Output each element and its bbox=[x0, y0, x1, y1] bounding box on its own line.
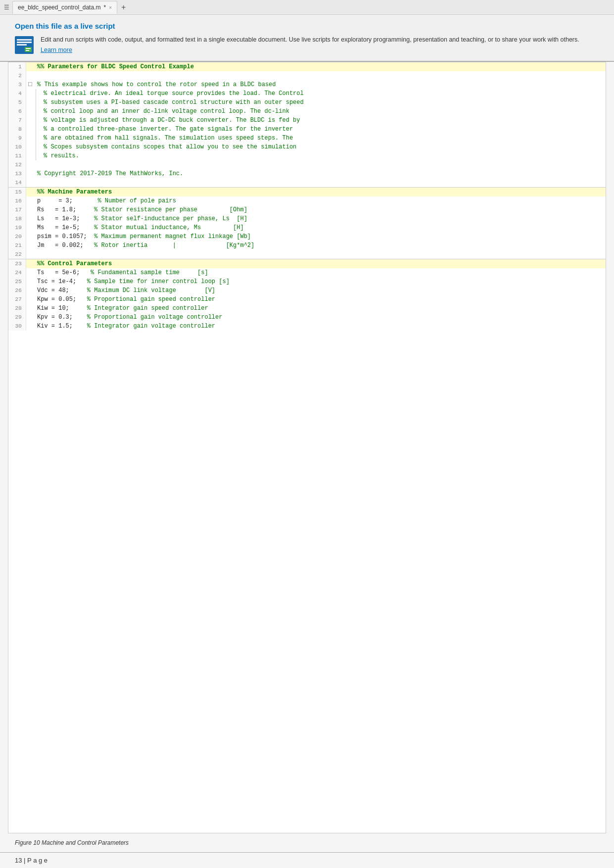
tab-add-button[interactable]: + bbox=[118, 3, 129, 12]
code-line: 25 Tsc = 1e-4; % Sample time for inner c… bbox=[8, 277, 606, 286]
code-line: 12 bbox=[8, 160, 606, 169]
code-line: 28 Kiw = 10; % Integrator gain speed con… bbox=[8, 304, 606, 313]
code-line: 29 Kpv = 0.3; % Proportional gain voltag… bbox=[8, 313, 606, 322]
live-script-icon bbox=[15, 36, 35, 54]
editor-tab[interactable]: ee_bldc_speed_control_data.m * × bbox=[12, 1, 117, 14]
code-line: 9 % are obtained from hall signals. The … bbox=[8, 134, 606, 143]
code-line: 7 % voltage is adjusted through a DC-DC … bbox=[8, 116, 606, 125]
svg-rect-6 bbox=[26, 50, 29, 51]
code-line: 13 % Copyright 2017-2019 The MathWorks, … bbox=[8, 169, 606, 178]
code-line: 24 Ts = 5e-6; % Fundamental sample time … bbox=[8, 268, 606, 277]
code-line: 15 %% Machine Parameters bbox=[8, 188, 606, 196]
code-line: 14 bbox=[8, 178, 606, 187]
code-line: 5 % subsystem uses a PI-based cascade co… bbox=[8, 98, 606, 107]
svg-rect-1 bbox=[17, 39, 32, 41]
svg-rect-4 bbox=[25, 47, 32, 52]
code-line: 2 bbox=[8, 71, 606, 80]
banner-body: Edit and run scripts with code, output, … bbox=[15, 35, 599, 54]
code-line: 3 □ % This example shows how to control … bbox=[8, 80, 606, 89]
page-footer: 13 | P a g e bbox=[0, 852, 614, 868]
code-line: 26 Vdc = 48; % Maximum DC link voltage [… bbox=[8, 286, 606, 295]
code-line: 1 %% Parameters for BLDC Speed Control E… bbox=[8, 62, 606, 71]
code-editor[interactable]: 1 %% Parameters for BLDC Speed Control E… bbox=[8, 62, 606, 833]
page-number: 13 bbox=[15, 857, 22, 864]
footer-separator: | bbox=[24, 857, 25, 864]
code-line: 6 % control loop and an inner dc-link vo… bbox=[8, 107, 606, 116]
live-script-banner: Open this file as a live script Edit and… bbox=[0, 15, 614, 62]
code-line: 16 p = 3; % Number of pole pairs bbox=[8, 196, 606, 205]
code-line: 4 % electrical drive. An ideal torque so… bbox=[8, 89, 606, 98]
code-line: 10 % Scopes subsystem contains scopes th… bbox=[8, 143, 606, 151]
figure-caption: Figure 10 Machine and Control Parameters bbox=[0, 833, 614, 852]
code-line: 23 %% Control Parameters bbox=[8, 259, 606, 268]
svg-rect-5 bbox=[26, 48, 31, 49]
banner-description: Edit and run scripts with code, output, … bbox=[41, 35, 579, 45]
footer-label: P a g e bbox=[27, 857, 47, 864]
code-line: 22 bbox=[8, 250, 606, 259]
svg-rect-3 bbox=[17, 44, 27, 46]
code-line: 30 Kiv = 1.5; % Integrator gain voltage … bbox=[8, 322, 606, 331]
tab-bar: ☰ ee_bldc_speed_control_data.m * × + bbox=[0, 0, 614, 15]
code-line: 21 Jm = 0.002; % Rotor inertia | [Kg*m^2… bbox=[8, 241, 606, 250]
tab-filename: ee_bldc_speed_control_data.m bbox=[18, 4, 100, 11]
code-line: 11 % results. bbox=[8, 151, 606, 160]
banner-content: Edit and run scripts with code, output, … bbox=[41, 35, 579, 54]
code-line: 18 Ls = 1e-3; % Stator self-inductance p… bbox=[8, 214, 606, 223]
learn-more-link[interactable]: Learn more bbox=[41, 47, 72, 53]
code-line: 27 Kpw = 0.05; % Proportional gain speed… bbox=[8, 295, 606, 304]
banner-title: Open this file as a live script bbox=[15, 22, 599, 30]
tab-modified-indicator: * bbox=[103, 4, 106, 11]
code-container: 1 %% Parameters for BLDC Speed Control E… bbox=[8, 62, 606, 331]
tab-bar-icon: ☰ bbox=[4, 4, 9, 11]
svg-rect-2 bbox=[17, 42, 32, 43]
code-line: 17 Rs = 1.8; % Stator resistance per pha… bbox=[8, 205, 606, 214]
code-line: 8 % a controlled three-phase inverter. T… bbox=[8, 125, 606, 134]
tab-close-button[interactable]: × bbox=[109, 5, 112, 10]
code-line: 19 Ms = 1e-5; % Stator mutual inductance… bbox=[8, 223, 606, 232]
code-line: 20 psim = 0.1057; % Maximum permanent ma… bbox=[8, 232, 606, 241]
